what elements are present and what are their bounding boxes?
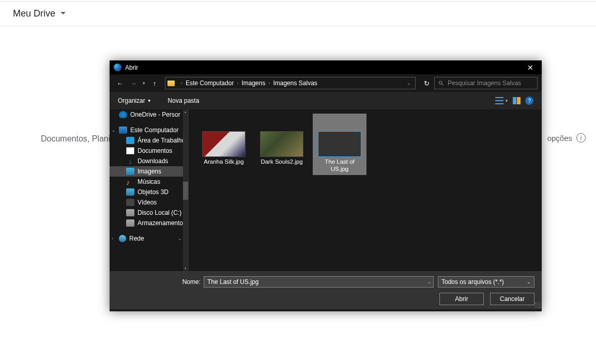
edge-icon: [114, 64, 121, 71]
dialog-toolbar: Organizar ▼ Nova pasta ▼ ?: [110, 92, 542, 109]
storage-icon: [126, 219, 134, 227]
up-button[interactable]: ↑: [148, 77, 161, 89]
scroll-down-icon[interactable]: ▾: [183, 266, 188, 271]
file-thumbnail: [260, 131, 303, 157]
refresh-button[interactable]: ↻: [420, 77, 433, 89]
filename-input[interactable]: [204, 276, 434, 288]
sidebar-documents[interactable]: Documentos: [110, 146, 188, 156]
drive-bg-text: Documentos, Plani: [41, 134, 110, 144]
file-name: Aranha Silk.jpg: [203, 158, 244, 165]
new-folder-button[interactable]: Nova pasta: [168, 97, 200, 104]
music-icon: [126, 178, 134, 185]
dialog-titlebar: Abrir ✕: [110, 60, 542, 74]
sidebar-pictures[interactable]: Imagens: [110, 166, 188, 177]
objects3d-icon: [126, 188, 134, 196]
dialog-body: ▴ ▾ OneDrive - Persor ⌄ Este Computador …: [110, 109, 542, 271]
address-dropdown[interactable]: ⌄: [405, 81, 413, 86]
sidebar-downloads[interactable]: Downloads: [110, 156, 188, 166]
breadcrumb-item[interactable]: Este Computador: [186, 80, 234, 87]
open-button[interactable]: Abrir: [439, 293, 484, 305]
folder-tree: ▴ ▾ OneDrive - Persor ⌄ Este Computador …: [110, 109, 188, 271]
sidebar-3d[interactable]: Objetos 3D: [110, 187, 188, 197]
sidebar-onedrive[interactable]: OneDrive - Persor: [110, 109, 188, 120]
scrollbar-thumb[interactable]: [183, 182, 188, 200]
file-open-dialog: Abrir ✕ ← → ▾ ↑ › Este Computador › Imag…: [110, 60, 542, 311]
breadcrumb-item[interactable]: Imagens: [241, 80, 265, 87]
network-icon: [119, 235, 126, 242]
search-icon: ⚲: [437, 79, 445, 87]
file-name: The Last of US.jpg: [315, 158, 364, 173]
sidebar-music[interactable]: Músicas: [110, 177, 188, 187]
recent-dropdown[interactable]: ▾: [143, 81, 145, 86]
breadcrumb-item[interactable]: Imagens Salvas: [273, 80, 317, 87]
drive-bg-right: opções i: [547, 133, 586, 143]
resize-grip[interactable]: [534, 302, 541, 308]
file-item[interactable]: Dark Souls2.jpg: [255, 114, 309, 167]
cancel-button[interactable]: Cancelar: [490, 293, 534, 305]
help-icon[interactable]: ?: [525, 97, 533, 105]
drive-options-text: opções: [547, 134, 572, 143]
search-placeholder: Pesquisar Imagens Salvas: [448, 80, 521, 87]
file-thumbnail: [202, 131, 246, 157]
close-button[interactable]: ✕: [518, 60, 542, 74]
disk-icon: [126, 209, 134, 216]
filename-label: Nome:: [182, 278, 201, 286]
address-bar[interactable]: › Este Computador › Imagens › Imagens Sa…: [165, 77, 416, 89]
drive-breadcrumb-bar: Meu Drive: [0, 1, 596, 26]
file-thumbnail: [318, 131, 361, 157]
dropdown-icon[interactable]: [60, 12, 66, 14]
download-icon: [126, 157, 134, 165]
images-icon: [126, 168, 134, 175]
file-list[interactable]: Aranha Silk.jpg Dark Souls2.jpg The Last…: [188, 109, 542, 271]
filetype-select[interactable]: Todos os arquivos (*.*) ⌄: [438, 276, 534, 288]
file-item-selected[interactable]: The Last of US.jpg: [313, 114, 366, 175]
sidebar-thispc[interactable]: ⌄ Este Computador: [110, 125, 188, 135]
forward-button[interactable]: →: [127, 77, 140, 89]
sidebar-storage[interactable]: Armazenamento: [110, 218, 188, 228]
search-input[interactable]: ⚲ Pesquisar Imagens Salvas: [434, 77, 538, 89]
chevron-down-icon: ⌄: [178, 236, 182, 241]
chevron-right-icon: ›: [237, 81, 238, 86]
document-icon: [126, 147, 134, 154]
dialog-navbar: ← → ▾ ↑ › Este Computador › Imagens › Im…: [110, 74, 542, 92]
info-icon[interactable]: i: [576, 133, 586, 143]
dialog-footer: Nome: ⌄ Todos os arquivos (*.*) ⌄ Abrir …: [110, 271, 542, 309]
pc-icon: [119, 126, 127, 134]
sidebar-desktop[interactable]: Área de Trabalho: [110, 135, 188, 146]
expand-icon[interactable]: ⌄: [112, 128, 116, 133]
sidebar-network[interactable]: › Rede ⌄: [110, 233, 188, 244]
sidebar-videos[interactable]: Vídeos: [110, 197, 188, 208]
back-button[interactable]: ←: [114, 77, 126, 89]
drive-title[interactable]: Meu Drive: [13, 8, 55, 19]
video-icon: [126, 199, 134, 206]
sidebar-localdisk[interactable]: Disco Local (C:): [110, 208, 188, 218]
folder-icon: [167, 81, 175, 86]
dialog-title: Abrir: [125, 64, 138, 71]
expand-icon[interactable]: ›: [112, 236, 113, 241]
filename-dropdown-icon[interactable]: ⌄: [427, 279, 432, 284]
chevron-right-icon: ›: [268, 81, 270, 86]
organize-menu[interactable]: Organizar ▼: [118, 97, 151, 104]
preview-pane-button[interactable]: [513, 97, 521, 104]
view-mode-button[interactable]: ▼: [495, 97, 509, 104]
file-item[interactable]: Aranha Silk.jpg: [197, 114, 251, 167]
file-name: Dark Souls2.jpg: [259, 158, 303, 165]
chevron-right-icon: ›: [181, 81, 182, 86]
onedrive-icon: [119, 111, 127, 118]
desktop-icon: [126, 137, 134, 144]
